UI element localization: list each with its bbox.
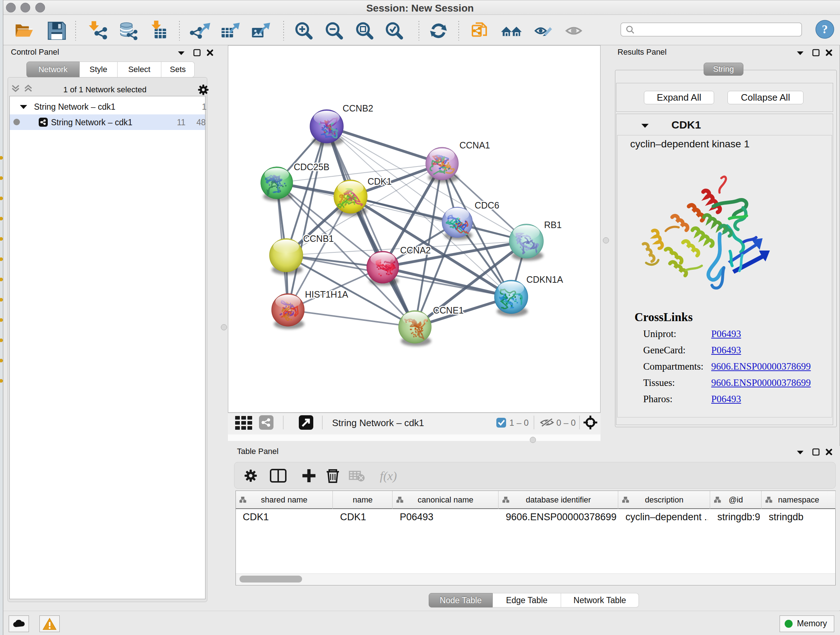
svg-text:CDC25B: CDC25B xyxy=(294,162,330,172)
svg-text:CCNA2: CCNA2 xyxy=(400,245,431,255)
svg-text:CCNB1: CCNB1 xyxy=(303,233,334,244)
svg-text:0 – 0: 0 – 0 xyxy=(556,418,576,428)
svg-text:CCNA1: CCNA1 xyxy=(459,140,490,150)
svg-text:CDK1: CDK1 xyxy=(368,176,392,187)
svg-text:f(x): f(x) xyxy=(380,469,397,483)
svg-text:1 – 0: 1 – 0 xyxy=(509,418,529,428)
svg-text:CCNB2: CCNB2 xyxy=(343,103,373,113)
svg-text:String Network – cdk1: String Network – cdk1 xyxy=(332,417,424,428)
svg-text:CDC6: CDC6 xyxy=(475,200,499,211)
svg-text:?: ? xyxy=(822,23,828,36)
svg-text:HIST1H1A: HIST1H1A xyxy=(305,289,348,299)
svg-text:CCNE1: CCNE1 xyxy=(433,305,464,315)
svg-text:RB1: RB1 xyxy=(544,220,562,230)
svg-text:CDKN1A: CDKN1A xyxy=(526,274,563,285)
